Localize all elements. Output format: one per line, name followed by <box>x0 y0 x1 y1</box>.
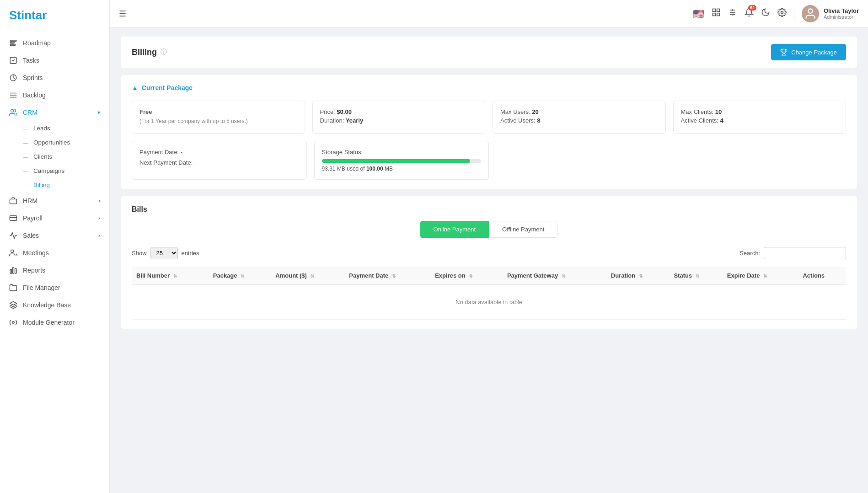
sidebar-item-label: Meetings <box>23 249 49 257</box>
entries-select[interactable]: 10 25 50 100 <box>150 247 178 259</box>
sidebar: Stintar Roadmap Tasks Sprints Backlog CR… <box>0 0 110 493</box>
sort-icon[interactable]: ⇅ <box>469 273 472 279</box>
sidebar-item-meetings[interactable]: Meetings <box>0 244 109 262</box>
package-info-grid: Free (For 1 Year per company with up to … <box>132 101 846 134</box>
change-package-label: Change Package <box>791 49 837 56</box>
reports-icon <box>9 266 17 274</box>
logo-area: Stintar <box>0 0 109 31</box>
search-input[interactable] <box>764 247 846 259</box>
table-header-row: Bill Number ⇅ Package ⇅ Amount ($) ⇅ P <box>132 267 846 285</box>
user-profile[interactable]: Olivia Taylor Administrator <box>802 5 859 22</box>
sidebar-item-payroll[interactable]: Payroll › <box>0 209 109 227</box>
language-flag[interactable]: 🇺🇸 <box>693 8 704 19</box>
sidebar-item-file-manager[interactable]: File Manager <box>0 279 109 296</box>
sort-icon[interactable]: ⇅ <box>562 273 565 279</box>
price-value: $0.00 <box>337 108 352 115</box>
knowledge-base-icon <box>9 301 17 309</box>
payment-dates-card: Payment Date: - Next Payment Date: - <box>132 141 307 180</box>
sidebar-item-clients[interactable]: Clients <box>23 150 109 164</box>
svg-rect-1 <box>10 43 14 43</box>
hamburger-menu-icon[interactable]: ☰ <box>119 9 126 19</box>
sidebar-item-campaigns[interactable]: Campaigns <box>23 164 109 178</box>
storage-unit-2: MB <box>385 166 393 172</box>
sidebar-item-label: Reports <box>23 267 45 274</box>
sidebar-item-sprints[interactable]: Sprints <box>0 69 109 86</box>
col-duration: Duration ⇅ <box>606 267 670 285</box>
sidebar-item-crm[interactable]: CRM ▾ <box>0 104 109 121</box>
change-package-button[interactable]: Change Package <box>771 44 846 60</box>
sidebar-item-reports[interactable]: Reports <box>0 262 109 279</box>
storage-spacer <box>496 141 846 180</box>
main-wrapper: ☰ 🇺🇸 52 <box>110 0 868 493</box>
sidebar-item-backlog[interactable]: Backlog <box>0 86 109 104</box>
top-header: ☰ 🇺🇸 52 <box>110 0 868 27</box>
sidebar-item-hrm[interactable]: HRM › <box>0 192 109 209</box>
max-users-value: 20 <box>532 108 538 115</box>
hrm-icon <box>9 197 17 205</box>
payment-date-row: Payment Date: - <box>139 149 299 155</box>
sidebar-item-sales[interactable]: Sales › <box>0 227 109 244</box>
storage-text: 93.31 MB used of 100.00 MB <box>322 166 482 172</box>
duration-row: Duration: Yearly <box>320 117 478 124</box>
sort-icon[interactable]: ⇅ <box>392 273 396 279</box>
sidebar-item-roadmap[interactable]: Roadmap <box>0 34 109 52</box>
billing-page-header: Billing ⓘ Change Package <box>121 37 857 68</box>
table-controls: Show 10 25 50 100 entries Search: <box>132 247 846 259</box>
layout-icon[interactable] <box>728 8 737 19</box>
col-label: Actions <box>803 272 825 279</box>
search-wrap: Search: <box>739 247 846 259</box>
sidebar-item-knowledge-base[interactable]: Knowledge Base <box>0 296 109 314</box>
sort-icon[interactable]: ⇅ <box>639 273 643 279</box>
sort-icon[interactable]: ⇅ <box>311 273 314 279</box>
offline-payment-tab[interactable]: Offline Payment <box>489 221 557 238</box>
package-bottom-grid: Payment Date: - Next Payment Date: - Sto… <box>132 141 846 180</box>
sort-icon[interactable]: ⇅ <box>173 273 177 279</box>
online-payment-tab[interactable]: Online Payment <box>420 221 489 238</box>
col-bill-number: Bill Number ⇅ <box>132 267 209 285</box>
current-package-card: ▲ Current Package Free (For 1 Year per c… <box>121 75 857 189</box>
col-label: Duration <box>611 272 635 279</box>
page-title: Billing <box>132 48 157 57</box>
max-clients-label: Max Clients: <box>681 108 714 115</box>
sort-icon[interactable]: ⇅ <box>241 273 244 279</box>
col-payment-date: Payment Date ⇅ <box>344 267 430 285</box>
section-title: Current Package <box>142 84 193 91</box>
bills-section: Bills Online Payment Offline Payment Sho… <box>121 196 857 329</box>
info-icon[interactable]: ⓘ <box>161 48 167 56</box>
svg-point-12 <box>11 250 14 252</box>
sidebar-item-tasks[interactable]: Tasks <box>0 52 109 69</box>
active-clients-row: Active Clients: 4 <box>681 117 839 124</box>
dark-mode-icon[interactable] <box>761 8 770 19</box>
sidebar-sub-label: Leads <box>33 125 50 132</box>
sort-icon[interactable]: ⇅ <box>763 273 767 279</box>
col-label: Payment Date <box>349 272 388 279</box>
storage-bar-background <box>322 159 482 163</box>
notifications-bell[interactable]: 52 <box>745 8 754 19</box>
sidebar-item-opportunities[interactable]: Opportunities <box>23 135 109 150</box>
col-package: Package ⇅ <box>209 267 271 285</box>
sort-icon[interactable]: ⇅ <box>696 273 699 279</box>
sidebar-item-label: Payroll <box>23 214 43 222</box>
sidebar-item-module-generator[interactable]: Module Generator <box>0 314 109 331</box>
sidebar-item-billing[interactable]: Billing <box>23 178 109 192</box>
header-divider <box>794 7 794 21</box>
settings-gear-icon[interactable] <box>777 8 787 19</box>
crm-icon <box>9 108 17 117</box>
roadmap-icon <box>9 39 17 47</box>
sidebar-item-label: Module Generator <box>23 319 75 326</box>
user-name: Olivia Taylor <box>824 7 859 14</box>
current-package-header[interactable]: ▲ Current Package <box>132 84 846 91</box>
chevron-right-icon: › <box>98 232 100 239</box>
svg-rect-9 <box>10 199 17 204</box>
sidebar-item-leads[interactable]: Leads <box>23 121 109 135</box>
price-row: Price: $0.00 <box>320 108 478 115</box>
max-users-label: Max Users: <box>500 108 530 115</box>
active-users-value: 8 <box>537 117 540 124</box>
active-users-row: Active Users: 8 <box>500 117 658 124</box>
sidebar-item-label: Tasks <box>23 57 39 64</box>
notification-count: 52 <box>748 5 756 11</box>
sidebar-item-label: Backlog <box>23 91 46 99</box>
svg-rect-20 <box>717 13 720 16</box>
module-generator-icon <box>9 318 17 327</box>
apps-icon[interactable] <box>712 8 721 19</box>
